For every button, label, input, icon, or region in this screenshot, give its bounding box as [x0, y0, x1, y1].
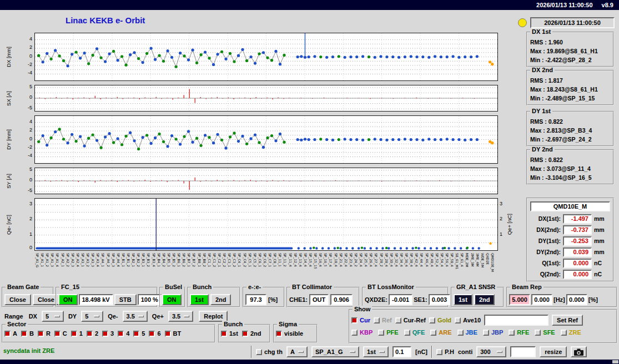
range-qep-select[interactable]: 3.5 [168, 311, 193, 322]
fc15-kv-value: 18.498 kV [79, 294, 113, 305]
sy-plot-canvas [35, 168, 497, 194]
bunch-1st-checkbox[interactable]: 1st [221, 330, 238, 337]
dx-axis-label: DX [mm] [6, 33, 12, 81]
checkbox-indicator [149, 331, 155, 337]
checkbox-indicator [221, 331, 227, 337]
show-jbp-checkbox[interactable]: JBP [483, 329, 503, 336]
show-pfe-checkbox[interactable]: PFE [378, 329, 398, 336]
sector-6-checkbox[interactable]: 6 [149, 330, 160, 337]
show-zre-checkbox[interactable]: ZRE [561, 329, 581, 336]
range-qem-label: Qe- [108, 313, 118, 320]
sector-1-checkbox[interactable]: 1 [71, 330, 83, 337]
sector-4-checkbox[interactable]: 4 [118, 330, 129, 337]
che1-status-value: OUT [309, 294, 329, 305]
bpm-label: SP_C4_1 [238, 253, 241, 267]
monitor-row-value: 0.039 [563, 247, 592, 257]
bpm-label: SP_42_4 [415, 253, 419, 267]
qe-minus-axis-label-text: Qe- [nC] [6, 215, 12, 235]
show-qfe-checkbox[interactable]: QFE [404, 329, 425, 336]
show-kbp-checkbox[interactable]: KBP [351, 329, 373, 336]
bpm-label: SP_24_2 [354, 253, 358, 267]
beam-rep-value: 0.000 [531, 294, 552, 305]
show-jbe-checkbox[interactable]: JBE [457, 329, 477, 336]
bpm-label: SP_B7_2 [192, 253, 196, 267]
show-sfe-checkbox[interactable]: SFE [535, 329, 555, 336]
bunch-2nd-button[interactable]: 2nd [210, 294, 232, 305]
gr-snsr-1st-button[interactable]: 1st [454, 294, 472, 305]
show-cur-checkbox[interactable]: Cur [351, 317, 370, 323]
beam-gate-close-button-1[interactable]: Close [4, 294, 31, 305]
stat-panel-dy-1st: DY 1stRMS : 0.822Max : 2.813@SP_B3_4Min … [526, 111, 614, 146]
sector-5-checkbox[interactable]: 5 [133, 330, 145, 337]
monitor-row-label: Q(2nd): [530, 271, 561, 277]
show-options-row1: CurRefCur-RefGoldAve10 [351, 317, 481, 323]
sector-b-checkbox[interactable]: B [21, 330, 34, 337]
bpm-label: SP_C4_2 [243, 253, 247, 267]
replot-button[interactable]: Replot [199, 311, 228, 322]
monitor-rows: DX(1st):-1.497mmDX(2nd):-0.737mmDY(1st):… [527, 213, 613, 280]
show-ave10-checkbox[interactable]: Ave10 [455, 317, 481, 323]
range-qem-value: 3.5 [127, 313, 135, 320]
range-dx-select[interactable]: 5 [42, 311, 64, 322]
resize-button[interactable]: resize [540, 346, 567, 357]
chg-th-checkbox[interactable]: chg th [256, 348, 283, 355]
sx-plot [34, 85, 498, 112]
checkbox-label: Gold [437, 317, 451, 323]
sector-bt-checkbox[interactable]: BT [165, 330, 182, 337]
checkbox-indicator [4, 331, 11, 337]
busel-on-button[interactable]: ON [162, 294, 182, 305]
monitor-row-value: 0.000 [563, 259, 592, 268]
show-cur-ref-checkbox[interactable]: Cur-Ref [395, 317, 426, 323]
bt-collimator-frame-label: BT Collimator [290, 284, 334, 290]
dy-ytick: -4 [20, 153, 32, 158]
bpm-label: SP_A1_2 [46, 253, 49, 267]
snapshot-button[interactable] [571, 346, 587, 357]
bpm-label: SP_15_15 [314, 253, 318, 269]
bunch-2nd-checkbox[interactable]: 2nd [242, 330, 261, 337]
beam-rep-set-value: 5.000 [509, 294, 530, 305]
interval-select-value: 300 [480, 348, 490, 355]
gr-snsr-2nd-button[interactable]: 2nd [474, 294, 495, 305]
bpm-label: SP_A2_3 [71, 253, 75, 267]
sector-3-checkbox[interactable]: 3 [102, 330, 114, 337]
dy-ytick: 4 [20, 119, 32, 124]
interval-select[interactable]: 300 [476, 346, 506, 357]
bpm-name-axis: SP_A1_GSP_A1_1SP_A1_2SP_A1_3SP_A1_4SP_A2… [34, 252, 498, 285]
sector-select[interactable]: A [286, 346, 308, 357]
bpm-label: SP_54_4 [440, 253, 444, 267]
bunch-view-frame: Bunch 1st2nd [218, 324, 270, 343]
checkbox-indicator [276, 331, 282, 337]
threshold-entry[interactable] [392, 346, 411, 357]
set-ref-button[interactable]: Set Ref [552, 315, 583, 326]
sector-r-checkbox[interactable]: R [38, 330, 51, 337]
fc15-on-button[interactable]: ON [58, 294, 78, 305]
sector-2-checkbox[interactable]: 2 [87, 330, 98, 337]
show-ref-checkbox[interactable]: Ref [374, 317, 392, 323]
show-frame-label: Show [353, 306, 372, 312]
sector-a-checkbox[interactable]: A [4, 330, 17, 337]
bunch-mode-select[interactable]: 1st [363, 346, 389, 357]
q-ytick-right: 2 [500, 216, 511, 221]
show-rfe-checkbox[interactable]: RFE [509, 329, 529, 336]
misc-entry[interactable] [510, 346, 536, 357]
bpm-label: SP_18_4 [334, 253, 338, 267]
ph-checkbox[interactable]: P.H [436, 348, 454, 355]
checkbox-label: visible [284, 330, 303, 337]
monitor-select[interactable]: SP_A1_G [311, 346, 359, 357]
checkbox-label: Ave10 [463, 317, 481, 323]
sector-c-checkbox[interactable]: C [54, 330, 67, 337]
range-qem-select[interactable]: 3.5 [123, 311, 148, 322]
sigma-frame: Sigma visible [273, 324, 318, 343]
range-dy-select[interactable]: 5 [81, 311, 103, 322]
resize-grip[interactable] [612, 360, 618, 363]
sigma-visible-checkbox[interactable]: visible [276, 330, 303, 337]
checkbox-label: 4 [126, 330, 129, 337]
ref-file-entry[interactable] [484, 315, 548, 326]
fc15-stb-button[interactable]: STB [114, 294, 137, 305]
monitor-row-label: DY(1st): [530, 237, 561, 244]
sx-ytick: 5 [20, 84, 32, 89]
show-gold-checkbox[interactable]: Gold [429, 317, 451, 323]
show-are-checkbox[interactable]: ARE [430, 329, 451, 336]
qxd2e-label: QXD2E: [365, 296, 387, 303]
bunch-1st-button[interactable]: 1st [190, 294, 209, 305]
